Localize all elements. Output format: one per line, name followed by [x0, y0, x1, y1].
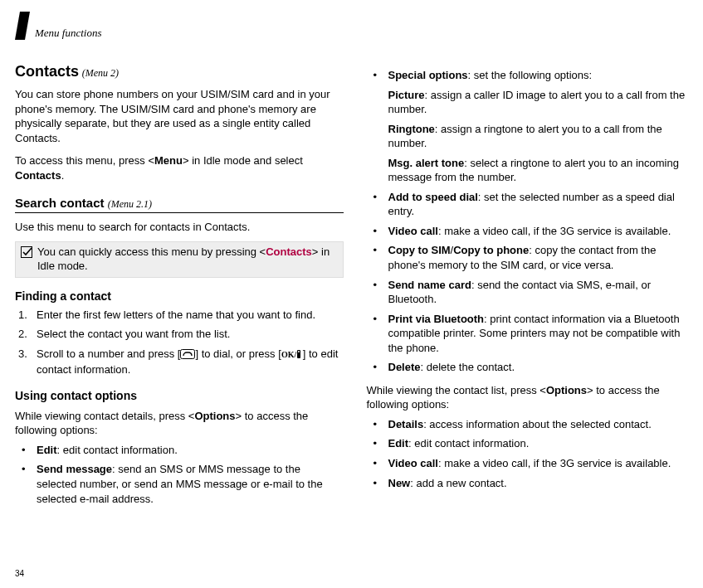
header-slash-icon	[15, 12, 30, 40]
header-title: Menu functions	[35, 27, 102, 40]
finding-steps: Enter the first few letters of the name …	[15, 308, 344, 377]
text: While viewing contact details, press <	[15, 410, 194, 422]
label: Video call	[388, 457, 438, 469]
page-number: 34	[15, 569, 24, 578]
options-list-2: Special options: set the following optio…	[367, 68, 696, 375]
step-2: Select the contact you want from the lis…	[15, 327, 344, 342]
svg-marker-0	[15, 12, 30, 40]
label: Delete	[388, 361, 421, 373]
contacts-keyword: Contacts	[15, 169, 61, 182]
desc: : edit contact information.	[408, 437, 529, 450]
label: Copy to SIM	[388, 244, 451, 256]
sub-msg-alert: Msg. alert tone: select a ringtone to al…	[388, 156, 696, 185]
options-list-3: Details: access information about the se…	[367, 417, 696, 490]
text: ] to dial, or press [	[195, 347, 281, 360]
label: Print via Bluetooth	[388, 313, 485, 325]
search-desc: Use this menu to search for contacts in …	[15, 220, 344, 235]
tip-box: You can quickly access this menu by pres…	[15, 241, 344, 278]
desc: : make a video call, if the 3G service i…	[438, 457, 671, 469]
step-1: Enter the first few letters of the name …	[15, 308, 344, 323]
svg-point-5	[298, 351, 300, 352]
option-video-call-2: Video call: make a video call, if the 3G…	[367, 456, 696, 471]
label: Details	[388, 418, 424, 430]
desc: : access information about the selected …	[423, 418, 652, 430]
page-header: Menu functions	[15, 18, 695, 46]
label: Send message	[37, 463, 112, 475]
desc: : make a video call, if the 3G service i…	[438, 225, 671, 237]
text: While viewing the contact list, press <	[367, 384, 546, 396]
call-key-icon	[180, 348, 195, 363]
step-3: Scroll to a number and press [] to dial,…	[15, 347, 344, 377]
using-options-para: While viewing contact details, press <Op…	[15, 409, 344, 438]
text: You can quickly access this menu by pres…	[37, 245, 266, 258]
label: Ringtone	[388, 123, 435, 135]
option-print-bluetooth: Print via Bluetooth: print contact infor…	[367, 312, 696, 356]
option-edit-2: Edit: edit contact information.	[367, 436, 696, 451]
option-new: New: add a new contact.	[367, 476, 696, 491]
desc: : set the following options:	[468, 69, 593, 81]
desc: : delete the contact.	[421, 361, 515, 373]
label: Video call	[388, 225, 438, 237]
option-details: Details: access information about the se…	[367, 417, 696, 432]
option-speed-dial: Add to speed dial: set the selected numb…	[367, 190, 696, 219]
option-copy: Copy to SIM/Copy to phone: copy the cont…	[367, 243, 696, 272]
menu-keyword: Menu	[154, 154, 183, 167]
options-keyword: Options	[194, 410, 235, 422]
desc: : add a new contact.	[410, 477, 506, 489]
ok-key-icon: OK/	[281, 348, 303, 363]
using-options-heading: Using contact options	[15, 389, 344, 402]
text: .	[61, 169, 65, 182]
tip-text: You can quickly access this menu by pres…	[37, 245, 338, 274]
left-column: Contacts (Menu 2) You can store phone nu…	[15, 63, 344, 506]
options-list-1: Edit: edit contact information. Send mes…	[15, 443, 344, 506]
text: Scroll to a number and press [	[37, 347, 180, 360]
checkbox-icon	[21, 246, 32, 258]
section-title: Contacts	[15, 63, 79, 80]
content-columns: Contacts (Menu 2) You can store phone nu…	[15, 63, 695, 506]
search-contact-heading: Search contact (Menu 2.1)	[15, 196, 344, 213]
intro-paragraph-1: You can store phone numbers on your USIM…	[15, 87, 344, 145]
subhead-text: Search contact	[15, 196, 105, 210]
label2: Copy to phone	[453, 244, 529, 256]
finding-contact-heading: Finding a contact	[15, 289, 344, 303]
svg-rect-2	[181, 349, 195, 358]
options-keyword: Options	[546, 384, 587, 396]
contacts-link: Contacts	[266, 245, 312, 258]
option-edit: Edit: edit contact information.	[15, 443, 344, 458]
label: Edit	[37, 444, 57, 456]
right-column: Special options: set the following optio…	[367, 63, 696, 506]
label: Edit	[388, 437, 409, 450]
section-title-row: Contacts (Menu 2)	[15, 63, 344, 80]
label: New	[388, 477, 411, 489]
svg-text:OK/: OK/	[281, 350, 297, 359]
option-video-call: Video call: make a video call, if the 3G…	[367, 224, 696, 239]
sub-picture: Picture: assign a caller ID image to ale…	[388, 88, 696, 117]
text: > in Idle mode and select	[183, 154, 303, 167]
option-delete: Delete: delete the contact.	[367, 360, 696, 375]
intro-paragraph-2: To access this menu, press <Menu> in Idl…	[15, 153, 344, 182]
text: To access this menu, press <	[15, 154, 154, 167]
label: Msg. alert tone	[388, 157, 465, 169]
label: Picture	[388, 89, 425, 101]
desc: : assign a caller ID image to alert you …	[388, 89, 686, 116]
desc: : edit contact information.	[57, 444, 178, 456]
label: Add to speed dial	[388, 191, 478, 203]
contact-list-para: While viewing the contact list, press <O…	[367, 383, 696, 412]
option-send-name-card: Send name card: send the contact via SMS…	[367, 278, 696, 307]
sub-ringtone: Ringtone: assign a ringtone to alert you…	[388, 122, 696, 151]
label: Send name card	[388, 279, 471, 291]
subhead-ref: (Menu 2.1)	[108, 198, 152, 210]
label: Special options	[388, 69, 468, 81]
option-special: Special options: set the following optio…	[367, 68, 696, 185]
option-send-message: Send message: send an SMS or MMS message…	[15, 462, 344, 506]
section-menu-ref: (Menu 2)	[82, 67, 119, 79]
